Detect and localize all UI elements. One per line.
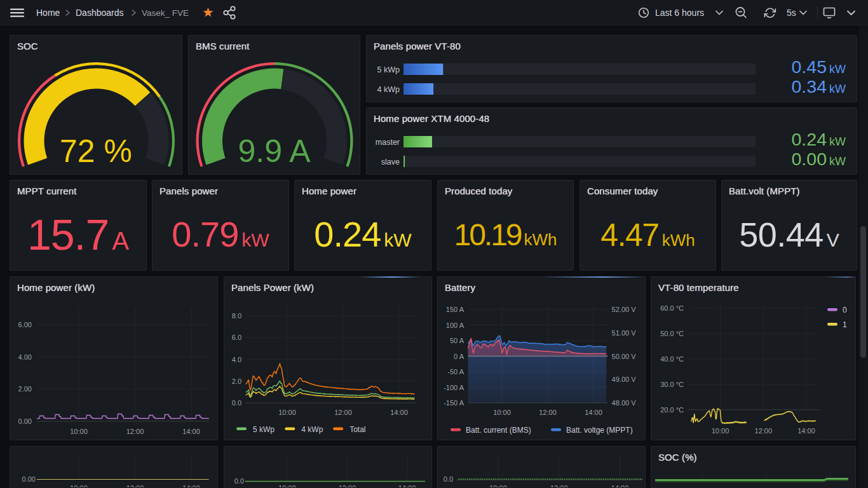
svg-text:12:00: 12:00 — [126, 484, 144, 487]
svg-text:14:00: 14:00 — [585, 409, 602, 416]
svg-text:10:00: 10:00 — [489, 484, 507, 487]
svg-text:10:00: 10:00 — [278, 409, 296, 416]
svg-text:60.0 °C: 60.0 °C — [660, 304, 684, 312]
svg-text:Vasek_ FVE: Vasek_ FVE — [142, 8, 189, 18]
svg-text:0.0: 0.0 — [234, 477, 244, 485]
svg-text:Batt. current (BMS): Batt. current (BMS) — [466, 426, 531, 435]
svg-text:4 kWp: 4 kWp — [377, 85, 400, 94]
svg-text:0.0: 0.0 — [444, 475, 453, 483]
svg-text:Batt. voltge (MPPT): Batt. voltge (MPPT) — [566, 426, 633, 435]
svg-text:100 A: 100 A — [446, 322, 465, 329]
svg-text:150 A: 150 A — [446, 306, 465, 313]
svg-text:master: master — [376, 138, 400, 147]
svg-text:12:00: 12:00 — [550, 484, 568, 487]
svg-text:-50 A: -50 A — [447, 368, 464, 376]
svg-text:0.34kW: 0.34kW — [792, 76, 846, 97]
svg-text:14:00: 14:00 — [398, 484, 416, 487]
svg-text:Dashboards: Dashboards — [76, 8, 124, 18]
svg-text:8.0: 8.0 — [232, 312, 241, 320]
svg-text:Last 6 hours: Last 6 hours — [655, 8, 704, 18]
svg-text:49.00 V: 49.00 V — [612, 376, 637, 383]
svg-text:6.00: 6.00 — [18, 321, 32, 329]
svg-text:12:00: 12:00 — [339, 484, 356, 487]
svg-text:Home: Home — [36, 8, 60, 18]
svg-text:4 kWp: 4 kWp — [301, 425, 323, 434]
svg-text:40.0 °C: 40.0 °C — [660, 355, 684, 363]
svg-text:6.0: 6.0 — [232, 334, 241, 341]
svg-text:14:00: 14:00 — [390, 409, 408, 416]
svg-text:30.0 °C: 30.0 °C — [660, 381, 684, 388]
svg-text:1: 1 — [843, 320, 847, 329]
svg-text:2.0: 2.0 — [232, 377, 241, 385]
svg-text:20.0 °C: 20.0 °C — [660, 406, 684, 414]
svg-text:12:00: 12:00 — [334, 409, 352, 416]
svg-text:5 kWp: 5 kWp — [377, 65, 400, 74]
svg-text:52.00 V: 52.00 V — [612, 306, 637, 313]
svg-text:0.00kW: 0.00kW — [792, 149, 846, 169]
svg-text:10:00: 10:00 — [278, 484, 296, 487]
svg-text:0.24kW: 0.24kW — [792, 129, 846, 149]
svg-text:2.00: 2.00 — [18, 385, 32, 393]
svg-text:-100 A: -100 A — [444, 384, 464, 391]
svg-text:4.0: 4.0 — [232, 356, 241, 363]
svg-text:0.0: 0.0 — [232, 399, 241, 407]
svg-text:10:00: 10:00 — [70, 484, 88, 487]
svg-text:0.00: 0.00 — [18, 417, 32, 425]
svg-text:-150 A: -150 A — [444, 399, 464, 407]
svg-text:12:00: 12:00 — [755, 427, 773, 435]
svg-text:10:00: 10:00 — [493, 409, 511, 416]
svg-text:slave: slave — [381, 158, 400, 166]
svg-text:10:00: 10:00 — [712, 427, 729, 435]
svg-text:50 A: 50 A — [450, 337, 465, 344]
svg-text:50.0 °C: 50.0 °C — [660, 330, 684, 337]
svg-text:10:00: 10:00 — [70, 428, 88, 435]
svg-text:14:00: 14:00 — [182, 484, 200, 487]
svg-text:12:00: 12:00 — [126, 428, 144, 435]
svg-text:0: 0 — [843, 306, 847, 315]
svg-text:5 kWp: 5 kWp — [253, 425, 275, 434]
svg-text:0.00: 0.00 — [22, 475, 36, 483]
svg-text:14:00: 14:00 — [182, 428, 200, 435]
svg-text:Total: Total — [349, 425, 365, 434]
svg-text:4.00: 4.00 — [18, 353, 32, 361]
svg-text:14:00: 14:00 — [797, 427, 815, 435]
svg-text:51.00 V: 51.00 V — [612, 329, 637, 337]
svg-text:48.00 V: 48.00 V — [612, 399, 637, 407]
svg-text:0.45kW: 0.45kW — [792, 57, 846, 77]
svg-text:5s: 5s — [787, 8, 796, 18]
svg-text:50.00 V: 50.00 V — [612, 353, 637, 360]
svg-text:0 A: 0 A — [454, 353, 465, 360]
svg-text:14:00: 14:00 — [611, 484, 629, 487]
svg-text:12:00: 12:00 — [539, 409, 557, 416]
